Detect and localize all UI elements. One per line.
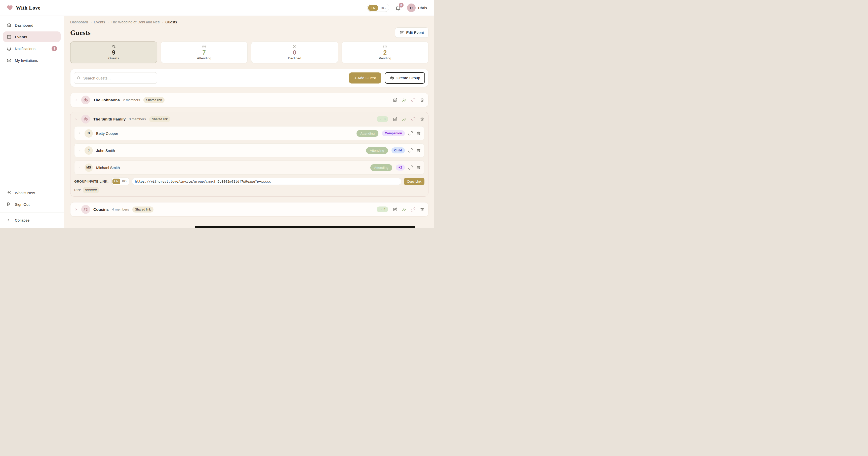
guest-row-michael-smith[interactable]: MS Michael Smith Attending +2 <box>74 160 425 174</box>
add-member-icon[interactable] <box>402 117 406 122</box>
app-logo[interactable]: With Love <box>0 0 64 15</box>
breadcrumb-separator: › <box>162 20 163 24</box>
delete-guest-icon[interactable] <box>416 148 421 153</box>
chevron-right-icon[interactable] <box>78 132 81 135</box>
add-guest-button[interactable]: + Add Guest <box>349 72 381 84</box>
stat-card-declined[interactable]: 0 Declined <box>251 41 338 63</box>
group-icon <box>83 98 88 102</box>
edit-icon <box>400 30 404 35</box>
invite-language-bg[interactable]: BG <box>120 178 128 184</box>
add-member-icon[interactable] <box>402 98 406 102</box>
group-row-johnsons[interactable]: The Johnsons 2 members Shared link <box>70 93 429 107</box>
search-icon <box>76 76 81 80</box>
x-circle-icon <box>292 44 297 48</box>
user-menu[interactable]: C Chris <box>407 3 427 12</box>
group-icon <box>390 76 394 80</box>
unlink-icon[interactable] <box>408 148 413 153</box>
unlink-icon[interactable] <box>408 131 413 136</box>
group-icon <box>83 117 88 122</box>
delete-group-icon[interactable] <box>420 117 425 122</box>
search-input[interactable] <box>74 72 157 84</box>
stat-label: Pending <box>379 56 391 60</box>
stats-row: 9 Guests 7 Attending 0 Declined 2 Pendin… <box>70 41 429 63</box>
guest-row-john-smith[interactable]: J John Smith Attending Child <box>74 143 425 158</box>
guest-avatar: B <box>85 129 93 138</box>
invite-language-en[interactable]: EN <box>113 178 120 184</box>
sidebar-item-events[interactable]: Events <box>3 31 61 42</box>
unlink-icon[interactable] <box>411 98 415 102</box>
delete-guest-icon[interactable] <box>416 165 421 170</box>
delete-group-icon[interactable] <box>420 98 425 102</box>
delete-group-icon[interactable] <box>420 207 425 212</box>
horizontal-scrollbar-thumb[interactable] <box>195 226 415 228</box>
edit-event-button[interactable]: Edit Event <box>395 27 429 38</box>
stat-value: 2 <box>383 49 387 56</box>
chevron-right-icon[interactable] <box>74 207 78 211</box>
guest-name: Michael Smith <box>96 165 120 170</box>
check-icon <box>379 118 382 121</box>
sidebar-item-whats-new[interactable]: What's New <box>3 187 61 198</box>
breadcrumb-events[interactable]: Events <box>94 20 105 24</box>
add-member-icon[interactable] <box>402 207 406 212</box>
unlink-icon[interactable] <box>411 207 415 212</box>
chevron-right-icon[interactable] <box>74 98 78 102</box>
language-toggle: EN BG <box>367 4 389 12</box>
check-icon <box>379 208 382 211</box>
invite-url-field[interactable]: https://withgreat.love/invite/group/cmmx… <box>132 178 401 185</box>
stat-label: Guests <box>108 56 119 60</box>
sidebar-item-sign-out[interactable]: Sign Out <box>3 199 61 209</box>
sidebar-item-my-invitations[interactable]: My Invitations <box>3 55 61 66</box>
attending-status-badge: Attending <box>370 164 392 171</box>
language-option-en[interactable]: EN <box>368 5 378 11</box>
app-window: With Love EN BG 8 C Chris Dashboard <box>0 0 434 228</box>
breadcrumb-separator: › <box>107 20 108 24</box>
edit-group-icon[interactable] <box>393 207 397 212</box>
chevron-down-icon[interactable] <box>74 117 78 121</box>
group-avatar <box>81 205 90 214</box>
breadcrumb-dashboard[interactable]: Dashboard <box>70 20 88 24</box>
delete-guest-icon[interactable] <box>416 131 421 136</box>
guest-row-betty-cooper[interactable]: B Betty Cooper Attending Companion <box>74 126 425 140</box>
top-bar-right: EN BG 8 C Chris <box>367 0 434 15</box>
group-row-cousins[interactable]: Cousins 4 members Shared link 4 <box>70 202 429 217</box>
group-avatar <box>81 115 90 124</box>
group-row-smith-family[interactable]: The Smith Family 3 members Shared link 3 <box>70 112 428 126</box>
create-group-button[interactable]: Create Group <box>385 72 425 84</box>
main-content: Dashboard › Events › The Wedding of Doni… <box>64 16 434 228</box>
unlink-icon[interactable] <box>408 165 413 170</box>
sidebar-collapse-button[interactable]: Collapse <box>3 215 61 225</box>
chevron-right-icon[interactable] <box>78 149 81 152</box>
calendar-icon <box>6 34 11 39</box>
breadcrumb-event-name[interactable]: The Wedding of Doni and Neti <box>111 20 159 24</box>
stat-value: 7 <box>203 49 206 56</box>
guest-avatar: J <box>85 146 93 155</box>
guest-name: Betty Cooper <box>96 131 118 136</box>
notifications-count-badge: 8 <box>52 46 57 51</box>
sidebar-item-dashboard[interactable]: Dashboard <box>3 20 61 30</box>
clock-icon <box>383 44 387 48</box>
sign-out-icon <box>6 202 11 207</box>
notifications-bell-button[interactable]: 8 <box>395 5 401 11</box>
chevron-right-icon[interactable] <box>78 166 81 169</box>
confirmed-count-badge: 4 <box>377 206 388 212</box>
group-name: The Johnsons <box>93 98 120 102</box>
stat-value: 9 <box>112 49 115 56</box>
language-option-bg[interactable]: BG <box>378 5 388 11</box>
stat-card-guests[interactable]: 9 Guests <box>70 41 157 63</box>
sidebar-item-label: Dashboard <box>15 23 33 27</box>
stat-card-attending[interactable]: 7 Attending <box>161 41 248 63</box>
copy-link-button[interactable]: Copy Link <box>404 178 425 185</box>
top-bar: With Love EN BG 8 C Chris <box>0 0 434 16</box>
check-circle-icon <box>202 44 206 48</box>
sidebar-item-notifications[interactable]: Notifications 8 <box>3 43 61 54</box>
stat-card-pending[interactable]: 2 Pending <box>342 41 429 63</box>
arrow-left-icon <box>6 218 11 223</box>
guests-icon <box>112 44 116 48</box>
edit-group-icon[interactable] <box>393 98 397 102</box>
edit-group-icon[interactable] <box>393 117 397 122</box>
group-members-count: 2 members <box>123 98 140 102</box>
group-name: The Smith Family <box>93 117 126 122</box>
guest-avatar: MS <box>85 163 93 172</box>
unlink-icon[interactable] <box>411 117 415 122</box>
group-name: Cousins <box>93 207 109 212</box>
